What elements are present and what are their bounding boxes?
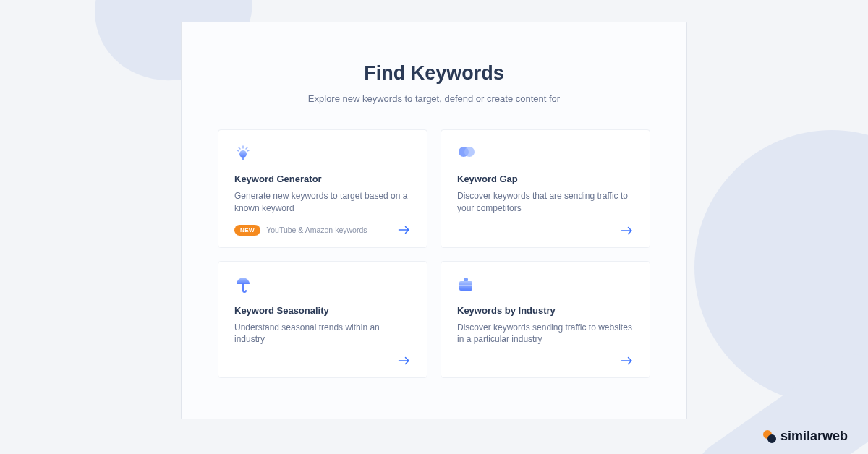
card-title: Keywords by Industry — [457, 305, 634, 316]
arrow-right-icon[interactable] — [398, 225, 411, 235]
card-keyword-generator[interactable]: Keyword Generator Generate new keywords … — [218, 129, 427, 248]
lightbulb-icon — [234, 145, 411, 163]
arrow-right-icon[interactable] — [621, 226, 634, 236]
card-footer — [457, 346, 634, 366]
card-title: Keyword Generator — [234, 174, 411, 184]
umbrella-icon — [234, 276, 411, 295]
main-panel: Find Keywords Explore new keywords to ta… — [181, 22, 687, 419]
brand-mark-icon — [763, 430, 776, 443]
brand-text: similarweb — [780, 429, 848, 444]
card-description: Discover keywords that are sending traff… — [457, 190, 634, 215]
svg-rect-12 — [459, 285, 472, 286]
card-description: Generate new keywords to target based on… — [234, 190, 411, 215]
card-description: Discover keywords sending traffic to web… — [457, 322, 634, 346]
arrow-right-icon[interactable] — [398, 356, 411, 366]
svg-point-0 — [239, 150, 247, 158]
badge-text: YouTube & Amazon keywords — [266, 226, 367, 234]
brand-logo: similarweb — [763, 429, 848, 444]
card-keywords-by-industry[interactable]: Keywords by Industry Discover keywords s… — [441, 261, 650, 379]
svg-line-3 — [237, 150, 239, 151]
card-title: Keyword Seasonality — [234, 305, 411, 316]
svg-rect-11 — [464, 278, 468, 281]
page-subtitle: Explore new keywords to target, defend o… — [218, 93, 650, 104]
page-title: Find Keywords — [218, 62, 650, 85]
svg-point-8 — [464, 147, 475, 157]
overlap-circles-icon — [457, 145, 634, 163]
new-badge: NEW — [234, 225, 260, 236]
cards-grid: Keyword Generator Generate new keywords … — [218, 129, 650, 378]
svg-line-6 — [246, 147, 247, 149]
card-keyword-seasonality[interactable]: Keyword Seasonality Understand seasonal … — [218, 261, 427, 379]
card-title: Keyword Gap — [457, 174, 634, 184]
svg-line-4 — [247, 150, 249, 151]
badge-row: NEW YouTube & Amazon keywords — [234, 225, 367, 236]
card-footer — [234, 346, 411, 366]
card-footer: NEW YouTube & Amazon keywords — [234, 215, 411, 236]
arrow-right-icon[interactable] — [621, 356, 634, 366]
card-keyword-gap[interactable]: Keyword Gap Discover keywords that are s… — [441, 129, 650, 248]
svg-rect-1 — [242, 158, 244, 160]
briefcase-icon — [457, 276, 634, 295]
svg-line-5 — [239, 147, 240, 149]
card-description: Understand seasonal trends within an ind… — [234, 322, 411, 346]
card-footer — [457, 215, 634, 236]
